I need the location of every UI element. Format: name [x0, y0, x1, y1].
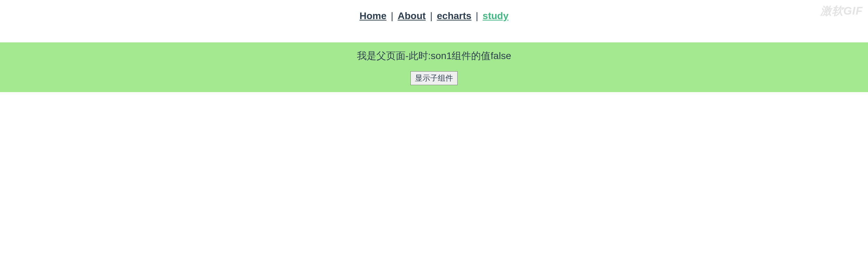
- navigation-bar: Home | About | echarts | study: [0, 0, 868, 32]
- nav-separator: |: [476, 10, 478, 21]
- nav-link-study[interactable]: study: [483, 10, 509, 21]
- nav-link-about[interactable]: About: [398, 10, 426, 21]
- nav-link-home[interactable]: Home: [359, 10, 386, 21]
- watermark-text: 激软GIF: [820, 3, 863, 19]
- nav-separator: |: [391, 10, 393, 21]
- nav-separator: |: [430, 10, 433, 21]
- show-child-component-button[interactable]: 显示子组件: [410, 71, 458, 85]
- parent-page-panel: 我是父页面-此时:son1组件的值false 显示子组件: [0, 42, 868, 92]
- panel-title-text: 我是父页面-此时:son1组件的值false: [0, 49, 868, 63]
- nav-link-echarts[interactable]: echarts: [437, 10, 471, 21]
